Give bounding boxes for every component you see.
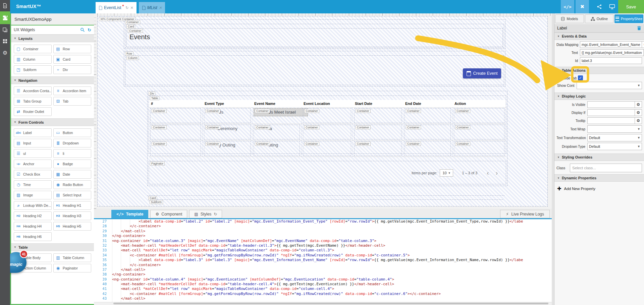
code-line[interactable]: 43 </mat-cell>	[94, 296, 552, 301]
widget-button[interactable]: ▭Button	[53, 128, 91, 137]
container-box[interactable]: Container Events	[126, 28, 503, 47]
scrollbar-thumb[interactable]	[113, 303, 548, 304]
cell-container[interactable]: Container	[405, 108, 451, 123]
widget-lookup-with-de[interactable]: ⌕Lookup With De...	[14, 201, 52, 210]
widget-heading-h6[interactable]: H6Heading H6	[14, 232, 52, 241]
widget-paginator[interactable]: ◉Paginator	[53, 264, 91, 272]
div-box[interactable]: Div Table #Event TypeEvent NameEvent Loc…	[147, 91, 507, 186]
next-page-icon[interactable]: ›	[492, 170, 501, 176]
code-line[interactable]: 39<ng-container id="table-column.4" [mag…	[94, 277, 552, 282]
close-icon[interactable]: ✕	[130, 6, 133, 10]
widget-accordion-item[interactable]: ≡Accordion Item	[53, 86, 91, 95]
close-icon[interactable]: ✕	[159, 6, 162, 10]
show-control-select[interactable]: ▼	[577, 82, 642, 89]
cell-container[interactable]: Containery Outing	[204, 141, 251, 156]
code-line[interactable]: 27 <label data-comp-id="label.2" id="lab…	[94, 219, 552, 224]
cell-container[interactable]: Container	[303, 125, 351, 139]
container-box[interactable]: Container Card Container Events	[124, 19, 505, 49]
horizontal-scrollbar[interactable]	[94, 302, 552, 305]
table-cell[interactable]: Container	[403, 140, 452, 157]
text-transformation-select[interactable]: Default▼	[587, 134, 642, 141]
document-icon[interactable]	[0, 0, 10, 11]
cell-container[interactable]: Container	[354, 108, 401, 123]
widget-image[interactable]: ▨Image	[14, 191, 52, 199]
preview-button[interactable]	[606, 0, 618, 13]
display-if-input[interactable]	[587, 109, 635, 116]
project-name[interactable]: SmartUXDemoApp	[11, 13, 94, 25]
widget-section-navigation[interactable]: ▼Navigation	[11, 76, 94, 84]
settings-icon[interactable]: ⚙	[0, 47, 10, 58]
page-heading[interactable]: Events	[129, 33, 150, 41]
cell-container[interactable]: Containeria	[254, 125, 300, 139]
widget-subform[interactable]: ◳Subform	[14, 65, 52, 74]
table-cell[interactable]: Container	[353, 124, 403, 140]
widget-section-layouts[interactable]: ▼Layouts	[11, 35, 94, 42]
widget-heading-h5[interactable]: H5Heading H5	[53, 222, 91, 231]
is-visible-gear-button[interactable]: ⚙	[635, 101, 642, 108]
widget-div[interactable]: ‹›Div	[53, 65, 91, 74]
code-line[interactable]: 35 <label data-comp-id="label.3" id="lab…	[94, 258, 552, 262]
table-cell[interactable]: Container	[302, 124, 353, 140]
class-input[interactable]	[570, 164, 642, 172]
cell-container[interactable]: Container	[303, 108, 351, 123]
section-styling-overrides[interactable]: ▼ Styling Overrides	[554, 154, 644, 161]
widget-heading-h4[interactable]: H4Heading H4	[14, 222, 52, 231]
widget-heading-h3[interactable]: H3Heading H3	[53, 211, 91, 220]
tab-component[interactable]: ⚙ Component	[150, 210, 187, 218]
cell-container[interactable]: ContainerJs	[204, 108, 251, 123]
widget-heading-h2[interactable]: H2Heading H2	[14, 211, 52, 220]
table-cell[interactable]: ContainerJs	[203, 108, 252, 124]
cell-container[interactable]: Container	[454, 108, 504, 123]
add-new-property-button[interactable]: ✚ Add New Property	[557, 186, 641, 192]
widget-card[interactable]: ▣Card	[53, 55, 91, 64]
pages-icon[interactable]	[0, 24, 10, 36]
cell-container[interactable]: Containeruting	[254, 141, 300, 156]
tab-outline[interactable]: Outline	[585, 14, 614, 23]
code-line[interactable]: 30</ng-container>	[94, 234, 552, 238]
paginator-box[interactable]: Paginator Items per page: 10 ▼ 1 – 3 of …	[149, 161, 506, 184]
code-line[interactable]: 42 <c-container #matCell [formGroup]="mg…	[94, 292, 552, 296]
xpa-component-container[interactable]: XPA Component Container Container Card C…	[97, 16, 548, 206]
table-cell[interactable]: Container	[353, 140, 403, 157]
table-cell[interactable]: Containery Outing	[203, 140, 252, 157]
code-line[interactable]: 37 </mat-cell>	[94, 267, 552, 272]
cell-container[interactable]: Container	[354, 125, 401, 139]
widget-select-input[interactable]: ▤Select Input	[53, 191, 91, 199]
table-cell[interactable]: Container	[452, 124, 506, 140]
tooltip-gear-button[interactable]: ⚙	[635, 117, 642, 124]
design-canvas[interactable]: XPA Component Container Container Card C…	[94, 13, 552, 209]
cell-container[interactable]: Container	[454, 125, 504, 139]
widget-li[interactable]: ≡li	[53, 149, 91, 158]
cell-container[interactable]: Container	[150, 125, 201, 139]
code-line[interactable]: 40 <mat-header-cell *matHeaderCellDef da…	[94, 282, 552, 287]
table-cell[interactable]: ContainerJs Meet Israel	[252, 108, 302, 124]
code-line[interactable]: 38</ng-container>	[94, 272, 552, 277]
widget-row[interactable]: ▤Row	[53, 45, 91, 53]
refresh-icon[interactable]: ↻	[125, 6, 128, 10]
widget-badge[interactable]: ●Badge	[53, 160, 91, 168]
table-cell[interactable]: Container	[149, 124, 203, 140]
widget-column[interactable]: ▥Column	[14, 55, 52, 64]
column-box[interactable]: Column Create Event	[125, 55, 504, 85]
table-cell[interactable]: Container	[149, 108, 203, 124]
code-editor[interactable]: 27 <label data-comp-id="label.2" id="lab…	[94, 219, 552, 302]
card-box[interactable]: Card Container Events	[125, 24, 504, 48]
tab-models[interactable]: Models	[555, 14, 584, 23]
code-line[interactable]: 31<ng-container id="table-column.3" [mag…	[94, 239, 552, 243]
widget-container[interactable]: ▢Container	[14, 45, 52, 53]
widget-dropdown[interactable]: ≣Dropdown	[53, 139, 91, 147]
data-mapping-input[interactable]: mgc.Event_Information_Event_Name	[580, 41, 642, 48]
widget-time[interactable]: ◷Time	[14, 180, 52, 189]
widget-check-box[interactable]: ☑Check Box	[14, 170, 52, 179]
expand-button[interactable]: ✖	[576, 0, 589, 13]
widget-accordion-conta[interactable]: ☰Accordion Conta...	[14, 86, 52, 95]
dropdown-type-select[interactable]: Default▼	[587, 143, 642, 150]
refresh-icon[interactable]: ↻	[214, 212, 217, 217]
id-input[interactable]: label.3	[580, 57, 642, 64]
tab-propertysheet[interactable]: PropertyShee	[614, 14, 643, 23]
search-icon[interactable]	[80, 27, 85, 32]
is-visible-input[interactable]	[587, 101, 635, 108]
cell-container[interactable]: ContainerCeremony	[204, 125, 251, 139]
tab-mlist[interactable]: MList ✕	[139, 2, 165, 13]
code-line[interactable]: 32 <mat-header-cell *matHeaderCellDef da…	[94, 243, 552, 248]
